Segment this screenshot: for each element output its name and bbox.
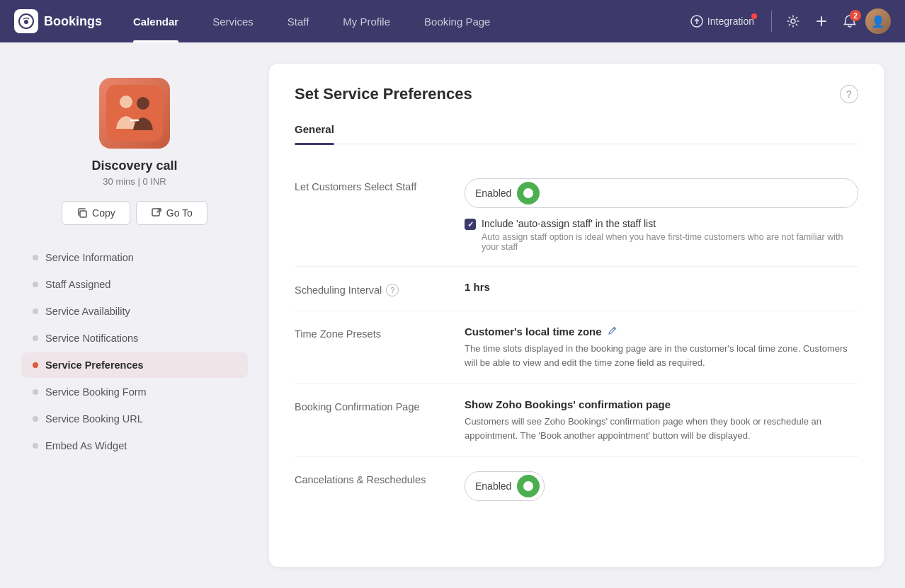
booking-confirmation-title: Show Zoho Bookings' confirmation page bbox=[465, 398, 858, 410]
nav-dot-service-preferences bbox=[33, 362, 38, 368]
cancellations-reschedules-content: Enabled bbox=[465, 471, 858, 501]
nav-dot-service-booking-form bbox=[33, 389, 38, 395]
action-buttons: Copy Go To bbox=[62, 201, 207, 225]
nav-my-profile[interactable]: My Profile bbox=[326, 0, 407, 42]
svg-point-3 bbox=[791, 19, 795, 23]
panel-title: Set Service Preferences bbox=[295, 85, 472, 103]
timezone-title: Customer's local time zone bbox=[465, 325, 602, 338]
svg-point-5 bbox=[120, 96, 132, 108]
sidebar-label-service-booking-form: Service Booking Form bbox=[45, 386, 147, 398]
setting-booking-confirmation: Booking Confirmation Page Show Zoho Book… bbox=[295, 384, 858, 457]
main-nav: Calendar Services Staff My Profile Booki… bbox=[116, 0, 682, 42]
avatar-image: 👤 bbox=[865, 8, 891, 34]
svg-rect-8 bbox=[152, 209, 159, 216]
auto-assign-hint: Auto assign staff option is ideal when y… bbox=[482, 232, 858, 252]
settings-button[interactable] bbox=[780, 8, 806, 34]
timezone-value-row: Customer's local time zone bbox=[465, 325, 858, 338]
let-customers-select-staff-toggle-switch[interactable] bbox=[517, 182, 540, 204]
scheduling-interval-value: 1 hrs bbox=[465, 281, 490, 293]
cancellations-toggle-switch[interactable] bbox=[517, 475, 540, 497]
panel-header: Set Service Preferences ? bbox=[295, 85, 858, 103]
setting-timezone-presets: Time Zone Presets Customer's local time … bbox=[295, 311, 858, 384]
sidebar-label-service-booking-url: Service Booking URL bbox=[45, 413, 143, 425]
service-image-inner bbox=[99, 78, 170, 149]
copy-button[interactable]: Copy bbox=[62, 201, 130, 225]
sidebar-item-service-booking-url[interactable]: Service Booking URL bbox=[21, 406, 248, 432]
auto-assign-checkbox-row: ✓ Include 'auto-assign staff' in the sta… bbox=[465, 218, 858, 252]
svg-point-6 bbox=[137, 97, 149, 110]
nav-dot-service-booking-url bbox=[33, 416, 38, 422]
nav-services[interactable]: Services bbox=[195, 0, 271, 42]
header-right: Integration 2 👤 bbox=[682, 8, 891, 34]
gear-icon bbox=[786, 14, 800, 28]
pencil-icon bbox=[608, 325, 617, 335]
booking-confirmation-content: Show Zoho Bookings' confirmation page Cu… bbox=[465, 398, 858, 442]
let-customers-select-staff-content: Enabled ✓ Include 'auto-assign staff' in… bbox=[465, 178, 858, 252]
nav-calendar[interactable]: Calendar bbox=[116, 0, 195, 42]
cancellations-reschedules-label: Cancelations & Reschedules bbox=[295, 471, 465, 485]
let-customers-select-staff-label: Let Customers Select Staff bbox=[295, 178, 465, 192]
nav-booking-page[interactable]: Booking Page bbox=[407, 0, 507, 42]
main-content: Discovery call 30 mins | 0 INR Copy Go T… bbox=[0, 42, 905, 588]
service-title: Discovery call bbox=[91, 158, 177, 173]
sidebar-item-embed-as-widget[interactable]: Embed As Widget bbox=[21, 433, 248, 459]
nav-dot-embed-as-widget bbox=[33, 443, 38, 449]
sidebar-item-service-info[interactable]: Service Information bbox=[21, 245, 248, 270]
plus-icon bbox=[814, 14, 829, 28]
auto-assign-text-block: Include 'auto-assign staff' in the staff… bbox=[482, 218, 858, 252]
timezone-presets-content: Customer's local time zone The time slot… bbox=[465, 325, 858, 369]
svg-point-1 bbox=[24, 20, 28, 24]
integration-label: Integration bbox=[707, 16, 754, 27]
integration-icon bbox=[690, 15, 703, 28]
content-panel: Set Service Preferences ? General Let Cu… bbox=[269, 64, 884, 567]
nav-dot-service-info bbox=[33, 255, 38, 260]
let-customers-select-staff-toggle-label: Enabled bbox=[475, 188, 511, 199]
booking-confirmation-desc: Customers will see Zoho Bookings' confir… bbox=[465, 415, 858, 442]
scheduling-interval-hint-icon[interactable]: ? bbox=[386, 284, 399, 296]
goto-icon bbox=[151, 207, 162, 219]
goto-button[interactable]: Go To bbox=[136, 201, 207, 225]
panel-tabs: General bbox=[295, 117, 858, 144]
timezone-presets-label: Time Zone Presets bbox=[295, 325, 465, 340]
nav-dot-service-availability bbox=[33, 309, 38, 314]
sidebar-label-embed-as-widget: Embed As Widget bbox=[45, 440, 127, 451]
sidebar-nav: Service Information Staff Assigned Servi… bbox=[21, 245, 248, 459]
sidebar-label-service-notifications: Service Notifications bbox=[45, 333, 138, 344]
sidebar-label-service-availability: Service Availability bbox=[45, 306, 130, 317]
add-button[interactable] bbox=[809, 8, 834, 34]
tab-general[interactable]: General bbox=[295, 117, 334, 144]
checkbox-check-icon: ✓ bbox=[467, 220, 474, 229]
user-avatar[interactable]: 👤 bbox=[865, 8, 891, 34]
setting-let-customers-select-staff: Let Customers Select Staff Enabled ✓ Inc… bbox=[295, 164, 858, 267]
sidebar-item-service-preferences[interactable]: Service Preferences bbox=[21, 352, 248, 378]
scheduling-interval-label-wrapper: Scheduling Interval ? bbox=[295, 281, 465, 296]
notifications-button[interactable]: 2 bbox=[837, 8, 863, 34]
sidebar-item-staff-assigned[interactable]: Staff Assigned bbox=[21, 272, 248, 297]
scheduling-interval-label-group: Scheduling Interval ? bbox=[295, 284, 465, 296]
sidebar-label-staff-assigned: Staff Assigned bbox=[45, 279, 110, 290]
sidebar-item-service-booking-form[interactable]: Service Booking Form bbox=[21, 379, 248, 405]
timezone-edit-icon[interactable] bbox=[608, 325, 617, 338]
auto-assign-checkbox[interactable]: ✓ bbox=[465, 219, 476, 230]
scheduling-interval-content: 1 hrs bbox=[465, 281, 858, 294]
service-image bbox=[99, 78, 170, 149]
integration-button[interactable]: Integration bbox=[682, 15, 763, 28]
header: Bookings Calendar Services Staff My Prof… bbox=[0, 0, 905, 42]
logo[interactable]: Bookings bbox=[14, 9, 102, 33]
goto-label: Go To bbox=[166, 207, 193, 219]
service-meta: 30 mins | 0 INR bbox=[103, 176, 166, 187]
timezone-desc: The time slots displayed in the booking … bbox=[465, 342, 858, 369]
panel-help-button[interactable]: ? bbox=[840, 85, 858, 103]
cancellations-toggle[interactable]: Enabled bbox=[465, 471, 545, 501]
booking-confirmation-label: Booking Confirmation Page bbox=[295, 398, 465, 413]
sidebar-label-service-info: Service Information bbox=[45, 252, 134, 263]
nav-staff[interactable]: Staff bbox=[271, 0, 326, 42]
setting-cancellations-reschedules: Cancelations & Reschedules Enabled bbox=[295, 457, 858, 515]
sidebar-item-service-availability[interactable]: Service Availability bbox=[21, 299, 248, 324]
cancellations-toggle-label: Enabled bbox=[475, 480, 511, 492]
let-customers-select-staff-toggle[interactable]: Enabled bbox=[465, 178, 858, 208]
copy-icon bbox=[76, 207, 88, 219]
integration-status-dot bbox=[751, 13, 757, 19]
sidebar-item-service-notifications[interactable]: Service Notifications bbox=[21, 325, 248, 351]
notification-badge: 2 bbox=[850, 10, 861, 21]
